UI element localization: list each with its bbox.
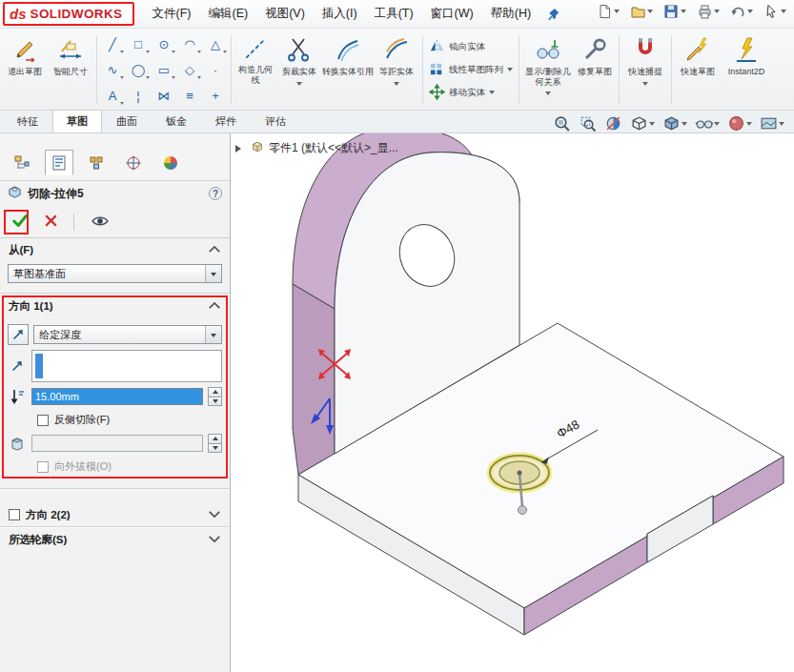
move-entities-button[interactable]: 移动实体 bbox=[429, 84, 513, 102]
model-viewport[interactable]: Φ48 bbox=[231, 133, 794, 672]
end-condition-dropdown[interactable]: 给定深度 bbox=[33, 325, 222, 344]
menu-file[interactable]: 文件(F) bbox=[144, 1, 200, 27]
sketch-tool-rectangle[interactable]: □ bbox=[126, 31, 151, 56]
feature-title-row: 切除-拉伸5 ? bbox=[0, 181, 230, 206]
sketch-tool-circle[interactable]: ⊙ bbox=[152, 31, 176, 56]
cut-extrude-icon bbox=[8, 185, 22, 202]
display-style-button[interactable] bbox=[662, 114, 687, 132]
section-direction2[interactable]: 方向 2(2) bbox=[0, 503, 230, 526]
sketch-tool-line[interactable]: ╱ bbox=[100, 31, 125, 56]
sketch-tool-slot[interactable]: ▭ bbox=[152, 57, 176, 82]
direction-reference-box[interactable] bbox=[31, 350, 222, 382]
graphics-area[interactable]: 零件1 (默认<<默认>_显... Φ48 bbox=[231, 133, 794, 672]
undo-button[interactable] bbox=[730, 4, 753, 19]
menu-insert[interactable]: 插入(I) bbox=[314, 1, 366, 27]
rapid-sketch-button[interactable]: 快速草图 bbox=[675, 31, 721, 108]
quick-snaps-button[interactable]: 快速捕捉 bbox=[622, 31, 668, 108]
menu-help[interactable]: 帮助(H) bbox=[482, 1, 540, 27]
property-manager-tab[interactable] bbox=[45, 150, 73, 175]
menu-window[interactable]: 窗口(W) bbox=[422, 1, 482, 27]
tab-surfaces[interactable]: 曲面 bbox=[102, 110, 152, 132]
menu-edit[interactable]: 编辑(E) bbox=[199, 1, 256, 27]
cancel-button[interactable] bbox=[45, 214, 57, 229]
reverse-direction-button[interactable] bbox=[8, 324, 29, 345]
section-view-button[interactable] bbox=[604, 114, 622, 132]
depth-field[interactable]: 15.00mm bbox=[31, 388, 203, 405]
sketch-tool-centerline[interactable]: ¦ bbox=[126, 83, 151, 108]
dropdown-button[interactable] bbox=[205, 265, 221, 282]
sketch-tool-mirror[interactable]: ⋈ bbox=[152, 83, 176, 108]
construction-geometry-button[interactable]: 构造几何线 bbox=[234, 31, 276, 108]
sketch-tool-arc[interactable]: ◠ bbox=[177, 31, 202, 56]
spinner-up-button[interactable] bbox=[208, 387, 222, 397]
section-from[interactable]: 从(F) bbox=[0, 238, 230, 261]
hide-show-items-button[interactable] bbox=[695, 114, 720, 132]
sketch-tool-trim[interactable]: + bbox=[203, 83, 228, 108]
pin-menu-icon[interactable] bbox=[547, 8, 560, 21]
tab-sheet-metal[interactable]: 钣金 bbox=[152, 110, 201, 132]
ok-button[interactable] bbox=[11, 213, 29, 232]
open-button[interactable] bbox=[630, 4, 653, 19]
display-delete-relations-button[interactable]: 显示/删除几何关系 bbox=[522, 31, 574, 108]
spinner-down-button[interactable] bbox=[208, 444, 222, 454]
draft-angle-field[interactable] bbox=[31, 435, 203, 452]
breadcrumb[interactable]: 零件1 (默认<<默认>_显... bbox=[235, 140, 398, 156]
draft-spinner[interactable] bbox=[208, 434, 222, 453]
dropdown-button[interactable] bbox=[205, 326, 221, 343]
dropdown-caret bbox=[779, 122, 784, 129]
mirror-entities-button[interactable]: 镜向实体 bbox=[429, 38, 513, 56]
tab-weldments[interactable]: 焊件 bbox=[201, 110, 251, 132]
sketch-tool-polygon[interactable]: △ bbox=[203, 31, 228, 56]
spinner-up-button[interactable] bbox=[208, 434, 222, 444]
tab-sketch[interactable]: 草图 bbox=[52, 110, 102, 132]
model-face-plate-left[interactable] bbox=[293, 284, 335, 475]
preview-eye-button[interactable] bbox=[91, 214, 110, 230]
apply-scene-button[interactable] bbox=[760, 114, 784, 132]
menu-view[interactable]: 视图(V) bbox=[256, 1, 314, 27]
trim-entities-button[interactable]: 剪裁实体 bbox=[276, 31, 322, 108]
tab-evaluate[interactable]: 评估 bbox=[251, 110, 300, 132]
feature-manager-tab[interactable] bbox=[8, 150, 36, 175]
tab-features[interactable]: 特征 bbox=[3, 110, 52, 132]
linear-sketch-pattern-button[interactable]: 线性草图阵列 bbox=[429, 61, 513, 79]
spinner-down-button[interactable] bbox=[208, 397, 222, 407]
sketch-tool-offset[interactable]: ≡ bbox=[177, 83, 202, 108]
drag-handle[interactable] bbox=[519, 506, 527, 515]
smart-dimension-button[interactable]: 智能尺寸 bbox=[48, 31, 93, 108]
new-document-button[interactable] bbox=[597, 4, 620, 19]
section-selected-contours[interactable]: 所选轮廓(S) bbox=[0, 528, 230, 551]
select-cursor-button[interactable] bbox=[763, 4, 786, 19]
repair-sketch-button[interactable]: 修复草图 bbox=[574, 31, 616, 108]
print-button[interactable] bbox=[697, 4, 720, 19]
direction2-checkbox[interactable] bbox=[9, 509, 20, 520]
exit-sketch-button[interactable]: 退出草图 bbox=[2, 31, 48, 108]
zoom-area-button[interactable] bbox=[579, 114, 597, 132]
dimxpert-manager-tab[interactable] bbox=[119, 150, 148, 175]
sketch-tool-spline[interactable]: ∿ bbox=[100, 57, 125, 82]
flyout-tree-arrow-icon[interactable] bbox=[235, 145, 245, 153]
sketch-tool-point[interactable]: · bbox=[203, 57, 228, 82]
sketch-tool-ellipse[interactable]: ◯ bbox=[126, 57, 151, 82]
save-button[interactable] bbox=[663, 4, 686, 19]
section-direction1[interactable]: 方向 1(1) bbox=[0, 295, 230, 317]
display-manager-tab[interactable] bbox=[156, 150, 185, 175]
draft-outward-checkbox[interactable] bbox=[37, 461, 49, 473]
sketch-tool-text[interactable]: A bbox=[100, 83, 125, 108]
dropdown-caret bbox=[146, 76, 150, 81]
zoom-fit-button[interactable] bbox=[553, 114, 571, 132]
instant2d-button[interactable]: Instant2D bbox=[721, 31, 772, 108]
convert-entities-button[interactable]: 转换实体引用 bbox=[322, 31, 374, 108]
sketch-tool-fillet[interactable]: ◇ bbox=[177, 57, 202, 82]
offset-entities-button[interactable]: 等距实体 bbox=[374, 31, 419, 108]
edit-appearance-button[interactable] bbox=[727, 114, 752, 132]
help-icon[interactable]: ? bbox=[209, 187, 222, 200]
view-orientation-button[interactable] bbox=[630, 114, 655, 132]
triangle-down-icon bbox=[213, 446, 218, 453]
start-condition-dropdown[interactable]: 草图基准面 bbox=[8, 264, 222, 283]
depth-spinner[interactable] bbox=[208, 387, 222, 406]
mirror-entities-icon bbox=[429, 38, 445, 56]
flip-side-checkbox[interactable] bbox=[37, 415, 49, 426]
section-label: 方向 2(2) bbox=[26, 508, 71, 522]
menu-tools[interactable]: 工具(T) bbox=[366, 1, 422, 27]
configuration-manager-tab[interactable] bbox=[82, 150, 111, 175]
